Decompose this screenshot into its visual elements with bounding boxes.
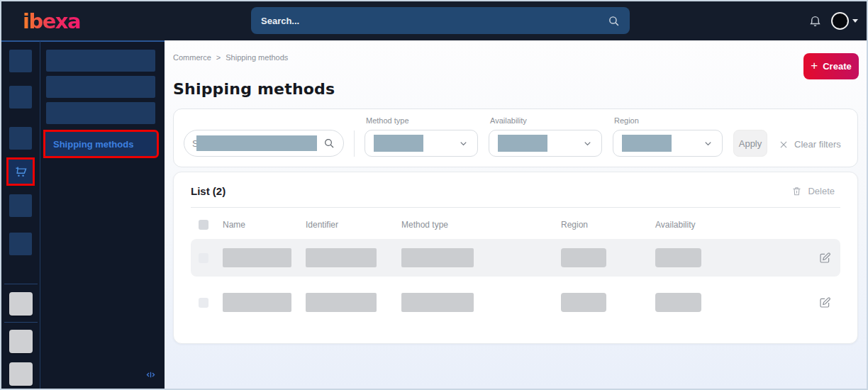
rail-item-placeholder[interactable]	[9, 50, 32, 72]
column-header-availability: Availability	[655, 220, 818, 230]
avatar	[831, 12, 849, 30]
column-header-name: Name	[223, 220, 306, 230]
redacted-name-cell	[223, 293, 291, 312]
region-select[interactable]	[613, 130, 723, 157]
chevron-down-icon	[458, 138, 469, 149]
clear-filters-label: Clear filters	[794, 139, 841, 150]
rail-item-placeholder[interactable]	[9, 86, 32, 108]
filter-field-method-type: Method type	[365, 116, 478, 157]
redacted-identifier-cell	[306, 293, 377, 312]
method-type-select[interactable]	[365, 130, 478, 157]
edit-button[interactable]	[818, 251, 833, 265]
redacted-availability-cell	[655, 248, 701, 267]
rail-item-placeholder[interactable]	[9, 127, 32, 150]
app-window: ibexa Search...	[0, 0, 868, 390]
filter-divider	[354, 130, 355, 157]
redacted-name-cell	[223, 248, 291, 267]
main-content: Commerce > Shipping methods + Create Shi…	[165, 40, 867, 389]
redacted-select-value	[622, 135, 672, 152]
table-row[interactable]	[191, 284, 840, 321]
rail-item-placeholder[interactable]	[9, 194, 32, 217]
sidebar-collapse-toggle[interactable]	[145, 369, 156, 383]
filter-field-region: Region	[613, 116, 723, 157]
column-header-method-type: Method type	[401, 220, 561, 230]
rail-item-placeholder[interactable]	[9, 233, 32, 255]
table-header: Name Identifier Method type Region Avail…	[191, 218, 840, 232]
redacted-select-value	[374, 135, 423, 152]
column-header-identifier: Identifier	[306, 220, 401, 230]
select-all-checkbox[interactable]	[199, 220, 208, 230]
redacted-method-type-cell	[401, 293, 474, 312]
redacted-availability-cell	[655, 293, 701, 312]
ibexa-logo: ibexa	[23, 9, 80, 33]
menu-item-placeholder[interactable]	[46, 102, 155, 124]
global-search-input[interactable]: Search...	[251, 7, 630, 34]
column-header-region: Region	[561, 220, 655, 230]
row-checkbox[interactable]	[199, 253, 208, 263]
breadcrumb-item-commerce[interactable]: Commerce	[173, 53, 211, 62]
redacted-identifier-cell	[306, 248, 377, 267]
breadcrumb-separator: >	[216, 53, 221, 62]
list-title: List (2)	[191, 185, 226, 197]
sidebar-icon-rail	[1, 40, 40, 389]
availability-select[interactable]	[489, 130, 602, 157]
filter-label: Region	[613, 116, 723, 125]
search-icon	[323, 138, 335, 149]
rail-divider	[4, 284, 38, 284]
edit-icon	[818, 252, 831, 264]
rail-item-placeholder[interactable]	[9, 362, 33, 386]
filter-label: Availability	[489, 116, 602, 125]
menu-item-placeholder[interactable]	[46, 76, 155, 98]
rail-item-placeholder[interactable]	[9, 330, 33, 353]
filter-label: Method type	[365, 116, 478, 125]
apply-button[interactable]: Apply	[733, 130, 767, 157]
user-menu[interactable]	[831, 12, 858, 30]
row-checkbox[interactable]	[199, 298, 208, 308]
bell-icon[interactable]	[808, 14, 822, 28]
delete-button[interactable]: Delete	[791, 186, 835, 196]
chevron-down-icon	[703, 138, 713, 149]
breadcrumb-item-shipping-methods[interactable]: Shipping methods	[226, 53, 288, 62]
collapse-icon	[145, 369, 156, 380]
trash-icon	[791, 186, 802, 196]
plus-icon: +	[811, 60, 818, 72]
menu-item-label: Shipping methods	[53, 139, 133, 150]
page-title: Shipping methods	[173, 80, 858, 98]
create-button-label: Create	[823, 61, 851, 72]
redacted-region-cell	[561, 293, 606, 312]
secondary-sidebar: Shipping methods	[40, 40, 165, 389]
global-search-placeholder: Search...	[261, 16, 299, 26]
rail-item-placeholder[interactable]	[9, 292, 33, 316]
caret-down-icon	[852, 19, 858, 23]
search-icon	[608, 15, 620, 27]
menu-item-placeholder[interactable]	[46, 50, 155, 72]
top-bar: ibexa Search...	[1, 1, 867, 40]
redacted-search-value	[196, 135, 317, 151]
breadcrumb: Commerce > Shipping methods	[173, 53, 858, 62]
redacted-method-type-cell	[401, 248, 474, 267]
shipping-methods-list: List (2) Delete Name Identifier Method t…	[173, 172, 858, 344]
cart-icon	[13, 165, 28, 179]
list-divider	[191, 207, 840, 208]
chevron-down-icon	[582, 138, 593, 149]
topbar-right-controls	[808, 1, 858, 40]
redacted-region-cell	[561, 248, 606, 267]
edit-button[interactable]	[818, 296, 833, 310]
filter-bar: S Method type Availability	[173, 108, 858, 167]
redacted-select-value	[498, 135, 547, 152]
close-icon	[779, 140, 789, 150]
create-button[interactable]: + Create	[803, 53, 859, 79]
filter-search-input[interactable]: S	[184, 130, 344, 157]
menu-item-shipping-methods-active[interactable]: Shipping methods	[43, 130, 159, 158]
filter-field-availability: Availability	[489, 116, 602, 157]
delete-button-label: Delete	[808, 186, 835, 196]
rail-item-commerce-active[interactable]	[6, 157, 35, 186]
clear-filters-button[interactable]: Clear filters	[779, 139, 841, 150]
edit-icon	[818, 296, 831, 309]
rail-divider	[4, 322, 38, 323]
table-row[interactable]	[191, 239, 840, 277]
